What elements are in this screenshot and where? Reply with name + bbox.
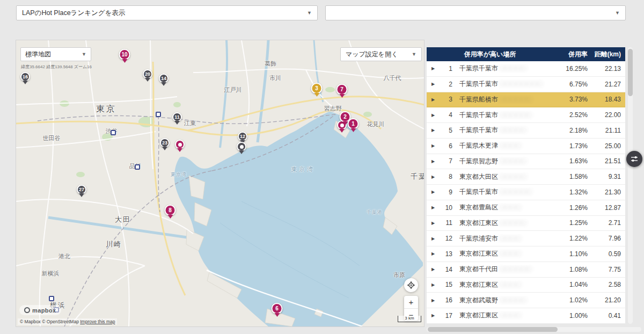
row-place-visible: 東京都大田区 [459,172,498,181]
map-marker-10[interactable]: 10 [119,49,130,63]
row-rate: 3.73% [553,96,588,103]
table-row[interactable]: ▶11東京都江東区〇〇〇〇〇1.25%2.71 [427,216,625,231]
map-marker-3[interactable]: 3 [311,83,323,97]
row-expand-arrow[interactable]: ▶ [427,159,440,164]
row-place: 千葉県木更津〇〇〇〇 [452,141,553,150]
marker-tail [342,121,348,125]
table-row[interactable]: ▶15東京都江東区〇〇〇〇1.04%2.58 [427,278,625,293]
row-expand-arrow[interactable]: ▶ [427,66,440,71]
row-expand-arrow[interactable]: ▶ [427,82,440,86]
row-rank: 17 [440,312,452,320]
table-row[interactable]: ▶13東京都江東区〇〇〇〇1.10%0.59 [427,246,625,262]
map-marker-7[interactable]: 7 [336,84,348,98]
row-expand-arrow[interactable]: ▶ [427,175,440,179]
ranking-mode-select[interactable]: LAPのHot Placeランキングを表示 ▼ [16,5,318,20]
secondary-select[interactable]: ▼ [325,5,626,20]
row-expand-arrow[interactable]: ▶ [427,313,440,318]
map-marker-dot[interactable] [237,142,246,154]
row-rank: 12 [440,235,452,242]
map-settings-button[interactable]: マップ設定を開く ▼ [340,47,422,61]
row-expand-arrow[interactable]: ▶ [427,282,440,287]
table-row[interactable]: ▶10東京都豊島区〇〇〇〇1.26%12.87 [427,200,625,216]
row-place-masked: 〇〇〇〇 [499,204,521,212]
row-place: 東京都大田区〇〇〇〇〇 [452,172,553,181]
row-distance: 0.41 [588,312,625,320]
marker-tail [274,313,280,317]
row-rate: 1.22% [553,235,588,242]
row-expand-arrow[interactable]: ▶ [427,190,440,194]
map-marker-20[interactable]: 20 [143,69,152,82]
row-place: 東京都武蔵野〇〇〇〇〇 [452,296,553,305]
table-row[interactable]: ▶8東京都大田区〇〇〇〇〇1.58%9.31 [427,169,625,185]
row-expand-arrow[interactable]: ▶ [427,236,440,241]
table-row[interactable]: ▶12千葉県浦安市〇〇〇〇1.22%7.96 [427,231,625,246]
table-row[interactable]: ▶6千葉県木更津〇〇〇〇1.73%25.00 [427,139,625,154]
row-expand-arrow[interactable]: ▶ [427,205,440,210]
marker-tail [339,94,345,98]
table-row[interactable]: ▶14東京都千代田〇〇〇〇〇〇1.08%7.75 [427,262,625,278]
improve-map-link[interactable]: Improve this map [80,319,115,324]
table-vertical-scrollbar[interactable] [628,47,633,324]
vertical-scrollbar-thumb[interactable] [628,49,633,96]
row-place-visible: 千葉県船橋市 [459,95,498,104]
row-expand-arrow[interactable]: ▶ [427,221,440,226]
map-marker-23[interactable]: 23 [160,138,170,150]
row-expand-arrow[interactable]: ▶ [427,128,440,133]
map-marker-11[interactable]: 11 [172,112,182,125]
table-horizontal-scrollbar[interactable] [427,327,641,332]
table-row[interactable]: ▶16東京都武蔵野〇〇〇〇〇1.02%21.20 [427,293,625,308]
row-expand-arrow[interactable]: ▶ [427,113,440,118]
horizontal-scrollbar-thumb[interactable] [428,327,558,332]
zoom-in-button[interactable]: + [404,296,418,308]
geolocate-button[interactable] [404,278,418,292]
pin-marker-icon: 1 [348,118,359,129]
row-place-visible: 千葉県習志野 [459,157,498,166]
row-place: 千葉県千葉市〇〇〇〇〇 [452,126,553,135]
table-row[interactable]: ▶17東京都江東区〇〇〇〇1.00%0.41 [427,308,625,324]
map-marker-6[interactable]: 6 [272,303,283,317]
header-rate: 併用率 [553,50,588,59]
table-row[interactable]: ▶4千葉県千葉市〇〇〇〇〇〇2.52%22.00 [427,107,625,123]
ranking-table: 併用率が高い場所 併用率 距離(km) ▶1千葉県千葉市〇〇〇〇〇16.25%2… [427,47,625,324]
map-marker-dot[interactable] [175,140,185,152]
mapbox-icon [24,307,30,313]
marker-tail [167,215,173,219]
table-row[interactable]: ▶7千葉県習志野〇〇〇〇〇1.63%21.51 [427,154,625,170]
map-marker-14[interactable]: 14 [159,74,169,86]
table-row[interactable]: ▶9千葉県千葉市〇〇〇〇〇〇1.32%21.30 [427,185,625,200]
panel-options-fab[interactable] [626,151,642,167]
row-place: 千葉県習志野〇〇〇〇〇 [452,157,553,166]
mapbox-logo[interactable]: mapbox [19,305,61,315]
table-row[interactable]: ▶2千葉県千葉市〇〇〇〇〇〇〇〇6.75%21.27 [427,77,625,92]
row-rank: 9 [440,188,452,196]
row-expand-arrow[interactable]: ▶ [427,298,440,303]
mapbox-logo-text: mapbox [32,307,56,314]
row-place: 千葉県千葉市〇〇〇〇〇〇 [452,111,553,120]
row-distance: 7.75 [588,266,625,273]
row-place-visible: 東京都江東区 [459,249,498,258]
map-marker-27[interactable]: 27 [77,185,86,197]
row-place-visible: 千葉県千葉市 [459,64,498,73]
marker-tail [177,148,182,152]
map-canvas[interactable] [16,40,424,326]
map-container[interactable]: 東京千葉葛飾市川八千代江戸川江東習志野花見川世田谷渋谷品川大田川崎港北新横浜横浜… [16,40,424,326]
row-rank: 2 [440,81,452,88]
row-place-masked: 〇〇〇〇〇 [499,64,526,72]
table-row[interactable]: ▶3千葉県船橋市〇〇〇〇〇〇3.73%18.43 [427,92,625,108]
table-row[interactable]: ▶5千葉県千葉市〇〇〇〇〇2.18%21.11 [427,123,625,139]
row-expand-arrow[interactable]: ▶ [427,267,440,272]
map-marker-8[interactable]: 8 [165,205,176,219]
row-expand-arrow[interactable]: ▶ [427,97,440,102]
table-row[interactable]: ▶1千葉県千葉市〇〇〇〇〇16.25%22.13 [427,61,625,77]
row-rank: 16 [440,296,452,304]
pin-marker-icon: 3 [311,83,323,94]
map-marker-1[interactable]: 1 [348,118,359,132]
map-marker-16[interactable]: 16 [20,72,30,84]
row-expand-arrow[interactable]: ▶ [427,251,440,256]
map-style-select[interactable]: 標準地図 ▼ [20,47,91,61]
marker-tail [239,150,244,154]
station-icon [111,130,116,135]
pin-marker-icon: 7 [336,84,348,95]
row-expand-arrow[interactable]: ▶ [427,143,440,148]
row-place: 東京都千代田〇〇〇〇〇〇 [452,265,553,274]
